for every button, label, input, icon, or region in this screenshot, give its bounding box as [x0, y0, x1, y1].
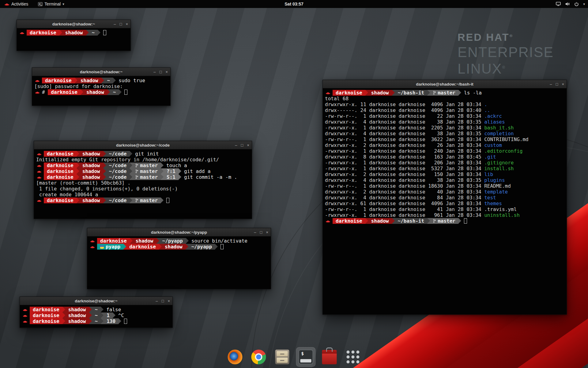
terminal-line: create mode 100644 a	[36, 192, 250, 197]
terminal-line: drwxrwxr-x. 8 darknoise darknoise 163 Ja…	[325, 154, 564, 160]
redhat-prompt-icon	[326, 91, 330, 94]
close-button[interactable]: ×	[126, 20, 128, 28]
powerline-separator	[101, 78, 104, 83]
powerline-separator	[130, 168, 132, 174]
terminal-mini-icon: >_	[38, 2, 43, 6]
window-title: darknoise@shadow:~	[80, 70, 123, 74]
activities-button[interactable]: Activities	[2, 0, 30, 8]
dock-app-grid[interactable]	[343, 347, 363, 367]
powerline-separator	[81, 89, 83, 95]
close-button[interactable]: ×	[168, 297, 170, 305]
clock[interactable]: Sat 03:57	[285, 2, 303, 6]
minimize-button[interactable]: –	[254, 228, 256, 236]
terminal-body[interactable]: darknoiseshadow~sudo true[sudo] password…	[32, 76, 170, 105]
toolbox-icon	[322, 353, 337, 364]
firefox-icon	[228, 350, 243, 364]
window-titlebar[interactable]: darknoise@shadow:~/bash-it – □ ×	[323, 80, 567, 88]
python-icon	[100, 245, 104, 249]
terminal-output: drwxrwxr-x. 8 darknoise darknoise 163 Ja…	[325, 154, 484, 160]
prompt-segment-host: shadow	[65, 312, 89, 318]
maximize-button[interactable]: □	[260, 228, 262, 236]
terminal-command: git commit -a -m .	[184, 174, 237, 180]
window-titlebar[interactable]: darknoise@shadow:~ – □ ×	[20, 297, 172, 305]
terminal-line: darknoiseshadow~false	[22, 307, 170, 312]
window-titlebar[interactable]: darknoise@shadow:~ – □ ×	[32, 68, 170, 76]
file-name: README.md	[484, 183, 511, 189]
minimize-button[interactable]: –	[153, 68, 156, 76]
powerline-separator	[186, 244, 188, 250]
file-name: completion	[484, 131, 514, 136]
terminal-output: drwxrwxr-x. 4 darknoise darknoise 38 Jan…	[325, 177, 484, 183]
dock-files[interactable]	[273, 347, 292, 367]
dock-chrome[interactable]	[249, 347, 269, 367]
window-titlebar[interactable]: darknoise@shadow:~/code – □ ×	[34, 141, 252, 149]
file-name: .git	[484, 154, 496, 160]
close-button[interactable]: ×	[165, 68, 168, 76]
window-titlebar[interactable]: darknoise@shadow:~/pyapp – □ ×	[87, 228, 271, 236]
maximize-button[interactable]: □	[162, 297, 164, 305]
terminal-command: git add a	[184, 168, 211, 174]
powerline-separator	[119, 89, 122, 95]
close-button[interactable]: ×	[266, 228, 268, 236]
file-name: install.sh	[484, 166, 514, 171]
top-bar: Activities >_ Terminal ▾ Sat 03:57 ▾	[0, 0, 588, 8]
terminal-body[interactable]: darknoiseshadow~/codegit initInitialized…	[34, 150, 252, 219]
prompt-segment-path: ~/code	[106, 151, 130, 157]
terminal-line: # darknoiseshadow~	[34, 89, 168, 95]
minimize-button[interactable]: –	[550, 80, 552, 88]
prompt-segment-path: ~/code	[106, 168, 130, 174]
maximize-button[interactable]: □	[241, 141, 243, 149]
terminal-output: drwxrwxr-x. 2 darknoise darknoise 26 Jan…	[325, 142, 484, 148]
volume-icon[interactable]	[565, 2, 570, 6]
maximize-button[interactable]: □	[120, 20, 122, 28]
app-menu-terminal[interactable]: >_ Terminal ▾	[36, 0, 66, 8]
terminal-body[interactable]: darknoiseshadow~	[17, 29, 130, 51]
terminal-output: drwxrwxr-x. 2 darknoise darknoise 40 Jan…	[325, 189, 484, 195]
close-button[interactable]: ×	[247, 141, 249, 149]
powerline-separator	[101, 318, 104, 324]
prompt-segment-gitstat: ?:1	[164, 168, 179, 174]
terminal-body[interactable]: darknoiseshadow~falsedarknoiseshadow~1^C…	[20, 305, 172, 328]
file-name: CONTRIBUTING.md	[484, 136, 529, 142]
powerline-separator	[161, 174, 164, 180]
dock-terminal[interactable]	[296, 347, 316, 367]
prompt-segment-user: darknoise	[333, 218, 365, 224]
app-menu-label: Terminal	[44, 2, 61, 6]
powerline-separator	[179, 174, 181, 180]
powerline-separator	[89, 307, 92, 312]
file-name: .editorconfig	[484, 148, 522, 154]
terminal-body[interactable]: darknoiseshadow~/pyappsource bin/activat…	[87, 237, 271, 289]
terminal-output: -rwxrwxr-x. 1 darknoise darknoise 240 Ja…	[325, 148, 484, 154]
dock-firefox[interactable]	[225, 347, 245, 367]
terminal-line: drwxrwxr-x. 2 darknoise darknoise 26 Jan…	[325, 142, 564, 148]
chevron-down-icon[interactable]: ▾	[583, 2, 585, 6]
terminal-line: [sudo] password for darknoise:	[34, 83, 168, 89]
prompt-segment-venv: pyapp	[97, 244, 123, 250]
files-icon	[275, 350, 289, 364]
window-titlebar[interactable]: darknoise@shadow:~ – □ ×	[17, 20, 130, 28]
powerline-separator	[101, 312, 104, 318]
powerline-separator	[77, 174, 79, 180]
terminal-output: -rwxrwxr-x. 1 darknoise darknoise 5327 J…	[325, 166, 484, 171]
powerline-separator	[427, 218, 430, 224]
display-icon[interactable]	[556, 2, 561, 6]
dock-toolbox[interactable]	[320, 347, 339, 367]
powerline-separator	[392, 90, 395, 96]
terminal-line: drwxrwxr-x. 11 darknoise darknoise 4096 …	[325, 102, 564, 107]
prompt-segment-user: darknoise	[44, 174, 77, 180]
maximize-button[interactable]: □	[556, 80, 558, 88]
terminal-line: darknoiseshadow~/bash-itmaster	[325, 218, 564, 224]
terminal-line: darknoiseshadow~/codemastertouch a	[36, 163, 250, 168]
prompt-segment-host: shadow	[79, 151, 103, 157]
minimize-button[interactable]: –	[235, 141, 237, 149]
prompt-segment-path: ~/pyapp	[188, 244, 215, 250]
powerline-separator	[59, 30, 62, 36]
minimize-button[interactable]: –	[156, 297, 158, 305]
terminal-body[interactable]: darknoiseshadow~/bash-itmasterls -latota…	[323, 89, 567, 314]
maximize-button[interactable]: □	[160, 68, 162, 76]
close-button[interactable]: ×	[562, 80, 564, 88]
file-name: themes	[484, 201, 502, 206]
terminal-output: -rw-rw-r--. 1 darknoise darknoise 22 Jan…	[325, 113, 484, 119]
minimize-button[interactable]: –	[114, 20, 116, 28]
power-icon[interactable]	[574, 2, 579, 6]
